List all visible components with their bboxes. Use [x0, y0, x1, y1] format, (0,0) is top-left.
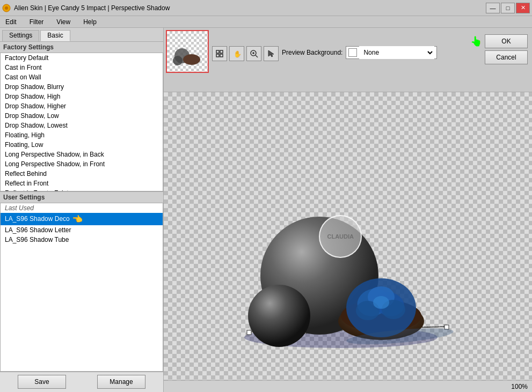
list-item[interactable]: Long Perspective Shadow, in Front — [1, 159, 163, 169]
svg-rect-7 — [220, 50, 223, 53]
menu-help[interactable]: Help — [80, 17, 100, 27]
menu-view[interactable]: View — [53, 17, 74, 27]
ok-cancel-area: OK Cancel — [483, 30, 530, 66]
svg-line-12 — [256, 55, 258, 57]
manage-button[interactable]: Manage — [97, 375, 145, 389]
list-item[interactable]: Reflect Behind — [1, 169, 163, 179]
list-item[interactable]: Drop Shadow, Higher — [1, 101, 163, 111]
title-bar-left: Alien Skin | Eye Candy 5 Impact | Perspe… — [2, 4, 170, 12]
menu-filter[interactable]: Filter — [26, 17, 47, 27]
list-item[interactable]: Cast in Front — [1, 63, 163, 72]
status-bar: 100% — [164, 380, 532, 392]
canvas-image-svg — [196, 193, 491, 359]
factory-settings-header: Factory Settings — [0, 41, 163, 53]
cancel-button[interactable]: Cancel — [485, 50, 528, 64]
bottom-buttons: Save Manage — [0, 372, 163, 392]
svg-point-4 — [183, 54, 200, 65]
user-settings-list[interactable]: Last Used LA_S96 Shadow Deco 👈 LA_S96 Sh… — [0, 203, 163, 372]
save-button[interactable]: Save — [18, 375, 66, 389]
list-item[interactable]: Reflect in Front — [1, 179, 163, 188]
menu-edit[interactable]: Edit — [2, 17, 20, 27]
preview-background-bar: Preview Background: None White Black Gra… — [282, 30, 437, 59]
left-panel: Settings Basic Factory Settings Factory … — [0, 28, 164, 392]
selected-item-label: LA_S96 Shadow Deco — [5, 215, 70, 223]
list-item[interactable]: Cast on Wall — [1, 72, 163, 82]
list-item[interactable]: Drop Shadow, High — [1, 92, 163, 101]
window-title: Alien Skin | Eye Candy 5 Impact | Perspe… — [14, 4, 170, 12]
select-button[interactable] — [264, 46, 279, 61]
zoom-fit-button[interactable] — [212, 46, 227, 61]
canvas-area[interactable]: CLAUDIA — [164, 92, 532, 380]
svg-rect-19 — [247, 330, 251, 335]
factory-settings-section: Factory Settings Factory Default Cast in… — [0, 41, 163, 191]
svg-point-1 — [5, 6, 8, 10]
svg-rect-22 — [444, 325, 449, 329]
list-item[interactable]: Factory Default — [1, 53, 163, 63]
right-panel: ✋ Pre — [164, 28, 532, 392]
ok-button[interactable]: OK — [485, 34, 528, 48]
top-bar: ✋ Pre — [164, 28, 532, 92]
user-settings-section: User Settings Last Used LA_S96 Shadow De… — [0, 191, 163, 372]
list-item[interactable]: LA_S96 Shadow Letter — [1, 225, 163, 235]
minimize-button[interactable]: — — [486, 3, 500, 13]
user-settings-header: User Settings — [0, 191, 163, 203]
svg-rect-9 — [220, 54, 223, 57]
maximize-button[interactable]: □ — [501, 3, 515, 13]
canvas-background: CLAUDIA — [164, 92, 532, 380]
factory-settings-list[interactable]: Factory Default Cast in Front Cast on Wa… — [0, 53, 163, 191]
svg-point-34 — [373, 296, 389, 309]
pan-button[interactable]: ✋ — [229, 46, 244, 61]
list-item[interactable]: Long Perspective Shadow, in Back — [1, 150, 163, 159]
thumbnail-preview — [166, 30, 209, 73]
tab-basic[interactable]: Basic — [40, 30, 70, 41]
svg-rect-8 — [216, 54, 219, 57]
window-controls: — □ ✕ — [486, 3, 530, 13]
preview-bg-select[interactable]: None White Black Gray — [359, 46, 434, 59]
preview-color-swatch — [348, 48, 357, 57]
svg-rect-6 — [216, 50, 219, 53]
list-item[interactable]: LA_S96 Shadow Tube — [1, 235, 163, 245]
svg-text:✋: ✋ — [234, 50, 241, 58]
toolbar-buttons: ✋ — [212, 30, 279, 61]
close-button[interactable]: ✕ — [516, 3, 530, 13]
tabs-bar: Settings Basic — [0, 28, 163, 41]
user-list-item-selected[interactable]: LA_S96 Shadow Deco 👈 — [1, 213, 163, 225]
zoom-level: 100% — [511, 383, 528, 390]
menu-bar: Edit Filter View Help — [0, 16, 532, 28]
list-item[interactable]: Floating, High — [1, 130, 163, 140]
main-layout: Settings Basic Factory Settings Factory … — [0, 28, 532, 392]
title-bar: Alien Skin | Eye Candy 5 Impact | Perspe… — [0, 0, 532, 16]
thumbnail-image — [167, 31, 208, 72]
hand-pointer-icon: 👈 — [72, 214, 83, 224]
zoom-button[interactable] — [246, 46, 261, 61]
list-item[interactable]: Floating, Low — [1, 140, 163, 150]
svg-point-3 — [173, 56, 183, 65]
list-item[interactable]: Drop Shadow, Low — [1, 111, 163, 121]
preview-bg-label: Preview Background: — [282, 49, 342, 56]
last-used-label: Last Used — [1, 203, 163, 213]
tab-settings[interactable]: Settings — [2, 30, 39, 41]
app-icon — [2, 4, 11, 12]
svg-point-25 — [248, 285, 310, 347]
list-item[interactable]: Drop Shadow, Lowest — [1, 121, 163, 130]
list-item[interactable]: Drop Shadow, Blurry — [1, 82, 163, 92]
